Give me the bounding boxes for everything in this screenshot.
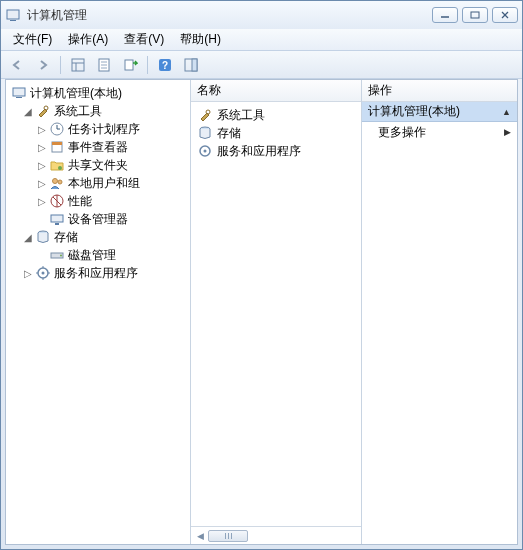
list-label: 存储 bbox=[217, 125, 241, 142]
svg-rect-18 bbox=[13, 88, 25, 96]
clock-icon bbox=[49, 121, 65, 137]
list-header-name[interactable]: 名称 bbox=[191, 80, 361, 102]
scroll-thumb[interactable] bbox=[208, 530, 248, 542]
svg-rect-6 bbox=[72, 59, 84, 71]
expand-icon[interactable]: ▷ bbox=[22, 268, 34, 279]
list-item-system-tools[interactable]: 系统工具 bbox=[193, 106, 359, 124]
tree-disk-management[interactable]: 磁盘管理 bbox=[8, 246, 188, 264]
tree-label: 系统工具 bbox=[54, 103, 102, 120]
window-title: 计算机管理 bbox=[27, 7, 432, 24]
actions-header: 操作 bbox=[362, 80, 517, 102]
tree-root[interactable]: 计算机管理(本地) bbox=[8, 84, 188, 102]
action-more[interactable]: 更多操作 ▶ bbox=[362, 122, 517, 142]
tree-task-scheduler[interactable]: ▷ 任务计划程序 bbox=[8, 120, 188, 138]
svg-point-46 bbox=[204, 150, 207, 153]
svg-point-26 bbox=[58, 166, 62, 170]
tools-icon bbox=[35, 103, 51, 119]
toolbar-separator bbox=[60, 56, 61, 74]
tree-event-viewer[interactable]: ▷ 事件查看器 bbox=[8, 138, 188, 156]
tree-label: 存储 bbox=[54, 229, 78, 246]
tree-label: 本地用户和组 bbox=[68, 175, 140, 192]
tree-label: 计算机管理(本地) bbox=[30, 85, 122, 102]
window: 计算机管理 文件(F) 操作(A) 查看(V) 帮助(H) ? bbox=[0, 0, 523, 550]
svg-rect-0 bbox=[7, 10, 19, 19]
svg-point-38 bbox=[42, 272, 45, 275]
window-controls bbox=[432, 7, 518, 23]
forward-button[interactable] bbox=[31, 54, 55, 76]
properties-button[interactable] bbox=[92, 54, 116, 76]
expand-icon[interactable]: ▷ bbox=[36, 196, 48, 207]
expand-icon[interactable]: ▷ bbox=[36, 160, 48, 171]
svg-text:?: ? bbox=[162, 60, 168, 71]
expand-icon[interactable]: ▷ bbox=[36, 142, 48, 153]
show-console-tree-button[interactable] bbox=[66, 54, 90, 76]
menu-view[interactable]: 查看(V) bbox=[116, 29, 172, 50]
folder-share-icon bbox=[49, 157, 65, 173]
scroll-left-icon[interactable]: ◀ bbox=[197, 531, 204, 541]
svg-point-27 bbox=[53, 179, 58, 184]
horizontal-scrollbar[interactable]: ◀ bbox=[191, 526, 361, 544]
tree-services-apps[interactable]: ▷ 服务和应用程序 bbox=[8, 264, 188, 282]
list-item-storage[interactable]: 存储 bbox=[193, 124, 359, 142]
tree-label: 任务计划程序 bbox=[68, 121, 140, 138]
svg-rect-25 bbox=[52, 142, 62, 145]
storage-icon bbox=[197, 125, 213, 141]
tree-pane: 计算机管理(本地) ◢ 系统工具 ▷ 任务计划程序 ▷ 事件查看器 bbox=[6, 80, 191, 544]
event-icon bbox=[49, 139, 65, 155]
app-icon bbox=[5, 7, 21, 23]
tree-label: 共享文件夹 bbox=[68, 157, 128, 174]
export-button[interactable] bbox=[118, 54, 142, 76]
performance-icon bbox=[49, 193, 65, 209]
toolbar-separator bbox=[147, 56, 148, 74]
help-button[interactable]: ? bbox=[153, 54, 177, 76]
tools-icon bbox=[197, 107, 213, 123]
tree-label: 事件查看器 bbox=[68, 139, 128, 156]
list: 系统工具 存储 服务和应用程序 bbox=[191, 102, 361, 526]
computer-icon bbox=[11, 85, 27, 101]
list-pane: 名称 系统工具 存储 服务和应用程序 ◀ bbox=[191, 80, 362, 544]
users-icon bbox=[49, 175, 65, 191]
collapse-icon[interactable]: ◢ bbox=[22, 106, 34, 117]
close-button[interactable] bbox=[492, 7, 518, 23]
tree-device-manager[interactable]: 设备管理器 bbox=[8, 210, 188, 228]
expand-icon[interactable]: ▷ bbox=[36, 124, 48, 135]
tree-system-tools[interactable]: ◢ 系统工具 bbox=[8, 102, 188, 120]
tree-performance[interactable]: ▷ 性能 bbox=[8, 192, 188, 210]
list-label: 服务和应用程序 bbox=[217, 143, 301, 160]
svg-point-36 bbox=[60, 255, 62, 257]
collapse-icon[interactable]: ◢ bbox=[22, 232, 34, 243]
back-button[interactable] bbox=[5, 54, 29, 76]
actions-title-label: 计算机管理(本地) bbox=[368, 103, 460, 120]
maximize-button[interactable] bbox=[462, 7, 488, 23]
actions-pane: 操作 计算机管理(本地) ▲ 更多操作 ▶ bbox=[362, 80, 517, 544]
svg-rect-32 bbox=[51, 215, 63, 222]
chevron-up-icon: ▲ bbox=[502, 107, 511, 117]
tree-label: 磁盘管理 bbox=[68, 247, 116, 264]
services-icon bbox=[197, 143, 213, 159]
menu-file[interactable]: 文件(F) bbox=[5, 29, 60, 50]
svg-point-28 bbox=[58, 180, 62, 184]
list-item-services-apps[interactable]: 服务和应用程序 bbox=[193, 142, 359, 160]
action-label: 更多操作 bbox=[378, 124, 426, 141]
svg-rect-19 bbox=[16, 97, 22, 98]
menubar: 文件(F) 操作(A) 查看(V) 帮助(H) bbox=[1, 29, 522, 51]
action-pane-button[interactable] bbox=[179, 54, 203, 76]
tree: 计算机管理(本地) ◢ 系统工具 ▷ 任务计划程序 ▷ 事件查看器 bbox=[6, 80, 190, 286]
services-icon bbox=[35, 265, 51, 281]
tree-shared-folders[interactable]: ▷ 共享文件夹 bbox=[8, 156, 188, 174]
chevron-right-icon: ▶ bbox=[504, 127, 511, 137]
svg-rect-33 bbox=[55, 223, 59, 225]
menu-help[interactable]: 帮助(H) bbox=[172, 29, 229, 50]
content-area: 计算机管理(本地) ◢ 系统工具 ▷ 任务计划程序 ▷ 事件查看器 bbox=[5, 79, 518, 545]
minimize-button[interactable] bbox=[432, 7, 458, 23]
svg-rect-1 bbox=[10, 20, 16, 21]
tree-label: 服务和应用程序 bbox=[54, 265, 138, 282]
tree-local-users[interactable]: ▷ 本地用户和组 bbox=[8, 174, 188, 192]
expand-icon[interactable]: ▷ bbox=[36, 178, 48, 189]
menu-action[interactable]: 操作(A) bbox=[60, 29, 116, 50]
actions-title[interactable]: 计算机管理(本地) ▲ bbox=[362, 102, 517, 122]
tree-storage[interactable]: ◢ 存储 bbox=[8, 228, 188, 246]
disk-icon bbox=[49, 247, 65, 263]
list-label: 系统工具 bbox=[217, 107, 265, 124]
storage-icon bbox=[35, 229, 51, 245]
